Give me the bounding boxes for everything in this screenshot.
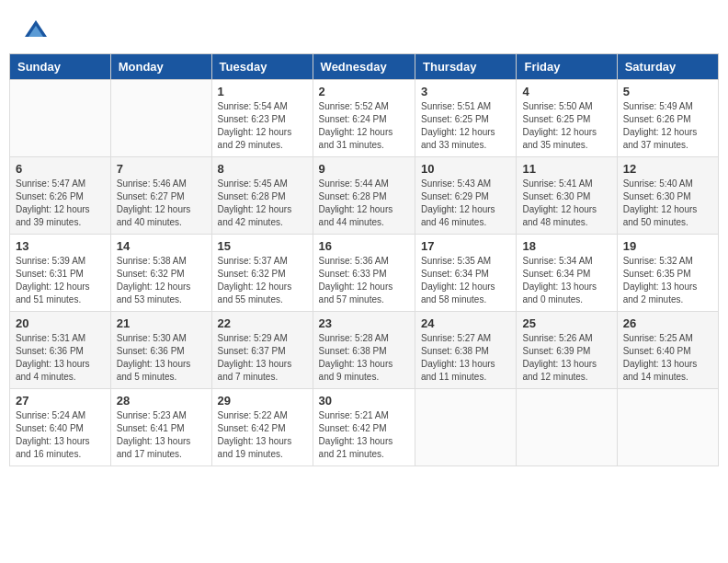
calendar-cell <box>10 80 111 157</box>
day-number: 14 <box>117 239 206 253</box>
calendar-cell: 22Sunrise: 5:29 AMSunset: 6:37 PMDayligh… <box>211 312 313 389</box>
day-number: 16 <box>319 239 409 253</box>
logo-icon <box>23 18 49 44</box>
day-number: 1 <box>218 85 307 98</box>
day-info: Sunrise: 5:34 AMSunset: 6:34 PMDaylight:… <box>522 255 610 306</box>
calendar-cell: 9Sunrise: 5:44 AMSunset: 6:28 PMDaylight… <box>313 157 415 235</box>
day-number: 11 <box>522 162 610 176</box>
calendar-cell: 12Sunrise: 5:40 AMSunset: 6:30 PMDayligh… <box>617 157 718 235</box>
calendar-cell: 14Sunrise: 5:38 AMSunset: 6:32 PMDayligh… <box>110 235 211 312</box>
day-header-thursday: Thursday <box>415 54 517 80</box>
calendar-cell: 19Sunrise: 5:32 AMSunset: 6:35 PMDayligh… <box>617 235 718 312</box>
calendar-cell: 26Sunrise: 5:25 AMSunset: 6:40 PMDayligh… <box>617 312 718 389</box>
calendar-cell: 23Sunrise: 5:28 AMSunset: 6:38 PMDayligh… <box>313 312 415 389</box>
day-number: 26 <box>623 316 712 330</box>
calendar-cell <box>517 389 617 466</box>
day-header-monday: Monday <box>110 54 211 80</box>
calendar-cell <box>415 389 517 466</box>
calendar-cell: 3Sunrise: 5:51 AMSunset: 6:25 PMDaylight… <box>415 80 517 157</box>
day-info: Sunrise: 5:23 AMSunset: 6:41 PMDaylight:… <box>117 409 206 461</box>
week-row-2: 6Sunrise: 5:47 AMSunset: 6:26 PMDaylight… <box>10 157 719 235</box>
day-info: Sunrise: 5:51 AMSunset: 6:25 PMDaylight:… <box>421 100 510 152</box>
day-header-saturday: Saturday <box>617 54 718 80</box>
day-info: Sunrise: 5:36 AMSunset: 6:33 PMDaylight:… <box>319 255 409 306</box>
calendar-cell: 18Sunrise: 5:34 AMSunset: 6:34 PMDayligh… <box>517 235 617 312</box>
day-info: Sunrise: 5:24 AMSunset: 6:40 PMDaylight:… <box>16 409 105 461</box>
calendar-cell: 21Sunrise: 5:30 AMSunset: 6:36 PMDayligh… <box>110 312 211 389</box>
calendar-cell: 30Sunrise: 5:21 AMSunset: 6:42 PMDayligh… <box>313 389 415 466</box>
header-row: SundayMondayTuesdayWednesdayThursdayFrid… <box>10 54 719 80</box>
day-number: 12 <box>623 162 712 176</box>
calendar-cell: 25Sunrise: 5:26 AMSunset: 6:39 PMDayligh… <box>517 312 617 389</box>
day-info: Sunrise: 5:49 AMSunset: 6:26 PMDaylight:… <box>623 100 712 152</box>
logo <box>23 18 52 44</box>
calendar-cell <box>617 389 718 466</box>
calendar-table: SundayMondayTuesdayWednesdayThursdayFrid… <box>9 53 719 466</box>
day-number: 22 <box>218 316 307 330</box>
day-info: Sunrise: 5:39 AMSunset: 6:31 PMDaylight:… <box>16 255 105 306</box>
calendar-cell: 7Sunrise: 5:46 AMSunset: 6:27 PMDaylight… <box>110 157 211 235</box>
day-info: Sunrise: 5:25 AMSunset: 6:40 PMDaylight:… <box>623 332 712 384</box>
day-info: Sunrise: 5:26 AMSunset: 6:39 PMDaylight:… <box>522 332 610 384</box>
day-number: 7 <box>117 162 206 176</box>
week-row-5: 27Sunrise: 5:24 AMSunset: 6:40 PMDayligh… <box>10 389 719 466</box>
day-number: 13 <box>16 239 105 253</box>
day-number: 6 <box>16 162 105 176</box>
day-number: 29 <box>218 394 307 408</box>
calendar-cell: 10Sunrise: 5:43 AMSunset: 6:29 PMDayligh… <box>415 157 517 235</box>
day-info: Sunrise: 5:32 AMSunset: 6:35 PMDaylight:… <box>623 255 712 306</box>
day-number: 28 <box>117 394 206 408</box>
day-number: 8 <box>218 162 307 176</box>
day-number: 9 <box>319 162 409 176</box>
calendar-cell: 6Sunrise: 5:47 AMSunset: 6:26 PMDaylight… <box>10 157 111 235</box>
day-number: 15 <box>218 239 307 253</box>
day-info: Sunrise: 5:31 AMSunset: 6:36 PMDaylight:… <box>16 332 105 384</box>
day-info: Sunrise: 5:40 AMSunset: 6:30 PMDaylight:… <box>623 178 712 229</box>
calendar-cell: 27Sunrise: 5:24 AMSunset: 6:40 PMDayligh… <box>10 389 111 466</box>
day-number: 10 <box>421 162 510 176</box>
day-info: Sunrise: 5:22 AMSunset: 6:42 PMDaylight:… <box>218 409 307 461</box>
day-info: Sunrise: 5:35 AMSunset: 6:34 PMDaylight:… <box>421 255 510 306</box>
calendar-cell: 29Sunrise: 5:22 AMSunset: 6:42 PMDayligh… <box>211 389 313 466</box>
day-number: 2 <box>319 85 409 98</box>
day-number: 19 <box>623 239 712 253</box>
day-number: 23 <box>319 316 409 330</box>
week-row-1: 1Sunrise: 5:54 AMSunset: 6:23 PMDaylight… <box>10 80 719 157</box>
calendar-cell: 28Sunrise: 5:23 AMSunset: 6:41 PMDayligh… <box>110 389 211 466</box>
day-header-sunday: Sunday <box>10 54 111 80</box>
day-info: Sunrise: 5:43 AMSunset: 6:29 PMDaylight:… <box>421 178 510 229</box>
day-number: 18 <box>522 239 610 253</box>
calendar-cell: 20Sunrise: 5:31 AMSunset: 6:36 PMDayligh… <box>10 312 111 389</box>
day-info: Sunrise: 5:38 AMSunset: 6:32 PMDaylight:… <box>117 255 206 306</box>
calendar-cell: 17Sunrise: 5:35 AMSunset: 6:34 PMDayligh… <box>415 235 517 312</box>
day-number: 20 <box>16 316 105 330</box>
day-info: Sunrise: 5:37 AMSunset: 6:32 PMDaylight:… <box>218 255 307 306</box>
day-info: Sunrise: 5:27 AMSunset: 6:38 PMDaylight:… <box>421 332 510 384</box>
day-number: 21 <box>117 316 206 330</box>
day-header-wednesday: Wednesday <box>313 54 415 80</box>
week-row-4: 20Sunrise: 5:31 AMSunset: 6:36 PMDayligh… <box>10 312 719 389</box>
day-info: Sunrise: 5:52 AMSunset: 6:24 PMDaylight:… <box>319 100 409 152</box>
calendar-cell: 1Sunrise: 5:54 AMSunset: 6:23 PMDaylight… <box>211 80 313 157</box>
day-info: Sunrise: 5:46 AMSunset: 6:27 PMDaylight:… <box>117 178 206 229</box>
calendar-cell: 16Sunrise: 5:36 AMSunset: 6:33 PMDayligh… <box>313 235 415 312</box>
day-number: 17 <box>421 239 510 253</box>
day-info: Sunrise: 5:50 AMSunset: 6:25 PMDaylight:… <box>522 100 610 152</box>
day-info: Sunrise: 5:21 AMSunset: 6:42 PMDaylight:… <box>319 409 409 461</box>
day-info: Sunrise: 5:41 AMSunset: 6:30 PMDaylight:… <box>522 178 610 229</box>
calendar-cell: 4Sunrise: 5:50 AMSunset: 6:25 PMDaylight… <box>517 80 617 157</box>
day-number: 27 <box>16 394 105 408</box>
day-info: Sunrise: 5:29 AMSunset: 6:37 PMDaylight:… <box>218 332 307 384</box>
day-info: Sunrise: 5:47 AMSunset: 6:26 PMDaylight:… <box>16 178 105 229</box>
calendar-cell: 24Sunrise: 5:27 AMSunset: 6:38 PMDayligh… <box>415 312 517 389</box>
day-info: Sunrise: 5:28 AMSunset: 6:38 PMDaylight:… <box>319 332 409 384</box>
day-info: Sunrise: 5:44 AMSunset: 6:28 PMDaylight:… <box>319 178 409 229</box>
calendar-cell: 8Sunrise: 5:45 AMSunset: 6:28 PMDaylight… <box>211 157 313 235</box>
day-number: 4 <box>522 85 610 98</box>
calendar-cell <box>110 80 211 157</box>
week-row-3: 13Sunrise: 5:39 AMSunset: 6:31 PMDayligh… <box>10 235 719 312</box>
day-number: 25 <box>522 316 610 330</box>
day-header-tuesday: Tuesday <box>211 54 313 80</box>
calendar-cell: 2Sunrise: 5:52 AMSunset: 6:24 PMDaylight… <box>313 80 415 157</box>
day-number: 3 <box>421 85 510 98</box>
